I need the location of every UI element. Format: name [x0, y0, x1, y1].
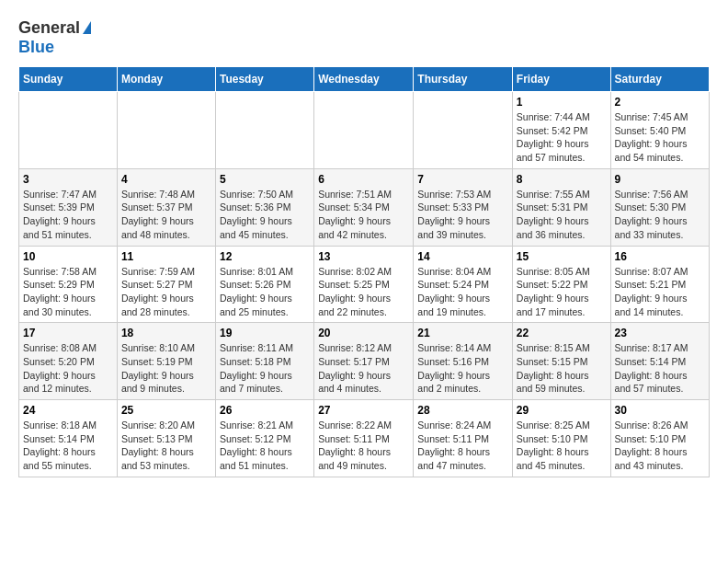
day-cell: 10Sunrise: 7:58 AMSunset: 5:29 PMDayligh…	[19, 246, 118, 323]
day-number: 18	[121, 327, 211, 339]
day-number: 26	[220, 404, 310, 417]
day-cell: 6Sunrise: 7:51 AMSunset: 5:34 PMDaylight…	[314, 168, 414, 246]
day-number: 17	[23, 327, 113, 339]
day-number: 29	[517, 404, 607, 417]
day-info: Sunrise: 8:24 AMSunset: 5:11 PMDaylight:…	[417, 419, 508, 473]
day-info: Sunrise: 8:12 AMSunset: 5:17 PMDaylight:…	[318, 341, 409, 396]
day-info: Sunrise: 7:50 AMSunset: 5:36 PMDaylight:…	[220, 188, 310, 242]
day-info: Sunrise: 7:55 AMSunset: 5:31 PMDaylight:…	[517, 188, 607, 242]
day-cell: 4Sunrise: 7:48 AMSunset: 5:37 PMDaylight…	[117, 168, 215, 246]
day-number: 30	[615, 404, 705, 417]
day-info: Sunrise: 7:59 AMSunset: 5:27 PMDaylight:…	[121, 265, 211, 319]
header-wednesday: Wednesday	[314, 67, 414, 92]
calendar-table: SundayMondayTuesdayWednesdayThursdayFrid…	[18, 66, 710, 477]
header: General Blue	[18, 18, 710, 57]
day-cell	[117, 92, 215, 169]
day-info: Sunrise: 8:15 AMSunset: 5:15 PMDaylight:…	[517, 341, 607, 396]
day-info: Sunrise: 8:14 AMSunset: 5:16 PMDaylight:…	[417, 341, 508, 396]
day-cell: 3Sunrise: 7:47 AMSunset: 5:39 PMDaylight…	[19, 168, 118, 246]
day-info: Sunrise: 8:01 AMSunset: 5:26 PMDaylight:…	[220, 265, 310, 319]
day-number: 14	[417, 250, 508, 263]
day-cell: 13Sunrise: 8:02 AMSunset: 5:25 PMDayligh…	[314, 246, 414, 323]
header-friday: Friday	[512, 67, 610, 92]
day-number: 8	[517, 173, 607, 186]
day-info: Sunrise: 8:07 AMSunset: 5:21 PMDaylight:…	[615, 265, 705, 319]
day-number: 23	[615, 327, 705, 339]
day-cell: 28Sunrise: 8:24 AMSunset: 5:11 PMDayligh…	[414, 400, 513, 477]
day-cell	[19, 92, 118, 169]
calendar-header-row: SundayMondayTuesdayWednesdayThursdayFrid…	[19, 67, 710, 92]
logo-triangle-icon	[83, 21, 91, 34]
day-number: 3	[23, 173, 113, 186]
day-info: Sunrise: 8:25 AMSunset: 5:10 PMDaylight:…	[517, 419, 607, 473]
day-cell: 30Sunrise: 8:26 AMSunset: 5:10 PMDayligh…	[610, 400, 709, 477]
header-saturday: Saturday	[610, 67, 709, 92]
logo: General Blue	[18, 18, 91, 57]
day-cell: 15Sunrise: 8:05 AMSunset: 5:22 PMDayligh…	[512, 246, 610, 323]
day-number: 22	[517, 327, 607, 339]
day-info: Sunrise: 8:10 AMSunset: 5:19 PMDaylight:…	[121, 341, 211, 396]
day-number: 28	[417, 404, 508, 417]
day-cell: 29Sunrise: 8:25 AMSunset: 5:10 PMDayligh…	[512, 400, 610, 477]
day-info: Sunrise: 7:48 AMSunset: 5:37 PMDaylight:…	[121, 188, 211, 242]
day-info: Sunrise: 8:20 AMSunset: 5:13 PMDaylight:…	[121, 419, 211, 473]
day-number: 11	[121, 250, 211, 263]
day-cell: 12Sunrise: 8:01 AMSunset: 5:26 PMDayligh…	[215, 246, 313, 323]
header-sunday: Sunday	[19, 67, 118, 92]
day-cell: 18Sunrise: 8:10 AMSunset: 5:19 PMDayligh…	[117, 323, 215, 400]
day-info: Sunrise: 7:58 AMSunset: 5:29 PMDaylight:…	[23, 265, 113, 319]
day-info: Sunrise: 7:51 AMSunset: 5:34 PMDaylight:…	[318, 188, 409, 242]
day-number: 24	[23, 404, 113, 417]
day-cell	[314, 92, 414, 169]
day-info: Sunrise: 8:04 AMSunset: 5:24 PMDaylight:…	[417, 265, 508, 319]
day-info: Sunrise: 8:18 AMSunset: 5:14 PMDaylight:…	[23, 419, 113, 473]
day-number: 7	[417, 173, 508, 186]
day-info: Sunrise: 7:47 AMSunset: 5:39 PMDaylight:…	[23, 188, 113, 242]
day-cell: 7Sunrise: 7:53 AMSunset: 5:33 PMDaylight…	[414, 168, 513, 246]
day-cell: 17Sunrise: 8:08 AMSunset: 5:20 PMDayligh…	[19, 323, 118, 400]
day-cell: 5Sunrise: 7:50 AMSunset: 5:36 PMDaylight…	[215, 168, 313, 246]
header-monday: Monday	[117, 67, 215, 92]
day-number: 25	[121, 404, 211, 417]
logo-general: General	[18, 18, 80, 38]
day-cell: 11Sunrise: 7:59 AMSunset: 5:27 PMDayligh…	[117, 246, 215, 323]
day-cell: 14Sunrise: 8:04 AMSunset: 5:24 PMDayligh…	[414, 246, 513, 323]
day-number: 1	[517, 96, 607, 109]
day-number: 21	[417, 327, 508, 339]
logo-blue: Blue	[18, 38, 54, 56]
day-cell: 22Sunrise: 8:15 AMSunset: 5:15 PMDayligh…	[512, 323, 610, 400]
week-row-3: 17Sunrise: 8:08 AMSunset: 5:20 PMDayligh…	[19, 323, 710, 400]
day-number: 20	[318, 327, 409, 339]
day-number: 16	[615, 250, 705, 263]
day-info: Sunrise: 8:21 AMSunset: 5:12 PMDaylight:…	[220, 419, 310, 473]
day-number: 6	[318, 173, 409, 186]
day-info: Sunrise: 7:45 AMSunset: 5:40 PMDaylight:…	[615, 110, 705, 165]
day-cell	[414, 92, 513, 169]
day-cell	[215, 92, 313, 169]
day-number: 10	[23, 250, 113, 263]
week-row-1: 3Sunrise: 7:47 AMSunset: 5:39 PMDaylight…	[19, 168, 710, 246]
day-cell: 23Sunrise: 8:17 AMSunset: 5:14 PMDayligh…	[610, 323, 709, 400]
day-info: Sunrise: 7:56 AMSunset: 5:30 PMDaylight:…	[615, 188, 705, 242]
day-cell: 1Sunrise: 7:44 AMSunset: 5:42 PMDaylight…	[512, 92, 610, 169]
day-number: 27	[318, 404, 409, 417]
day-cell: 25Sunrise: 8:20 AMSunset: 5:13 PMDayligh…	[117, 400, 215, 477]
day-info: Sunrise: 8:11 AMSunset: 5:18 PMDaylight:…	[220, 341, 310, 396]
day-number: 4	[121, 173, 211, 186]
day-info: Sunrise: 8:02 AMSunset: 5:25 PMDaylight:…	[318, 265, 409, 319]
day-cell: 9Sunrise: 7:56 AMSunset: 5:30 PMDaylight…	[610, 168, 709, 246]
day-cell: 2Sunrise: 7:45 AMSunset: 5:40 PMDaylight…	[610, 92, 709, 169]
day-info: Sunrise: 8:26 AMSunset: 5:10 PMDaylight:…	[615, 419, 705, 473]
day-info: Sunrise: 8:08 AMSunset: 5:20 PMDaylight:…	[23, 341, 113, 396]
day-number: 12	[220, 250, 310, 263]
day-cell: 26Sunrise: 8:21 AMSunset: 5:12 PMDayligh…	[215, 400, 313, 477]
day-info: Sunrise: 7:44 AMSunset: 5:42 PMDaylight:…	[517, 110, 607, 165]
day-number: 15	[517, 250, 607, 263]
header-tuesday: Tuesday	[215, 67, 313, 92]
day-cell: 24Sunrise: 8:18 AMSunset: 5:14 PMDayligh…	[19, 400, 118, 477]
week-row-0: 1Sunrise: 7:44 AMSunset: 5:42 PMDaylight…	[19, 92, 710, 169]
day-number: 5	[220, 173, 310, 186]
day-cell: 16Sunrise: 8:07 AMSunset: 5:21 PMDayligh…	[610, 246, 709, 323]
header-thursday: Thursday	[414, 67, 513, 92]
day-info: Sunrise: 8:17 AMSunset: 5:14 PMDaylight:…	[615, 341, 705, 396]
